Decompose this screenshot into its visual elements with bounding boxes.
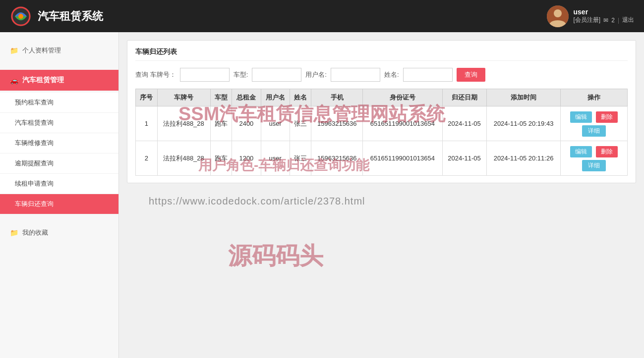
th-phone: 手机 [311, 89, 363, 106]
cell-action: 编辑 删除 详细 [561, 106, 628, 141]
cell-return-date: 2024-11-05 [442, 106, 486, 141]
data-table: 序号 车牌号 车型 总租金 用户名 姓名 手机 身份证号 归还日期 添加时间 操… [135, 89, 628, 176]
cell-rent: 2400 [232, 106, 261, 141]
cell-username: user [261, 106, 290, 141]
delete-button-1[interactable]: 删除 [596, 111, 618, 123]
th-seq: 序号 [136, 89, 158, 106]
avatar-image [547, 5, 569, 27]
car-icon: 🚗 [10, 76, 18, 84]
username-label: user [574, 8, 588, 16]
type-input[interactable] [252, 68, 301, 82]
detail-button-2[interactable]: 详细 [582, 160, 606, 171]
delete-button-2[interactable]: 删除 [596, 146, 618, 157]
table-header-row: 序号 车牌号 车型 总租金 用户名 姓名 手机 身份证号 归还日期 添加时间 操… [136, 89, 628, 106]
watermark-source: 源码码头 [228, 240, 323, 272]
message-icon: ✉ [603, 17, 608, 24]
cell-idcard: 651651199001013654 [363, 141, 442, 176]
logo-icon [10, 5, 32, 27]
header-left: 汽车租赁系统 [10, 5, 103, 27]
user-info: user [会员注册] ✉ 2 | 退出 [574, 8, 634, 24]
watermark-url: https://www.icodedock.com/article/2378.h… [149, 196, 365, 207]
sidebar-collection-group[interactable]: 📁 我的收藏 [0, 223, 118, 242]
cell-action: 编辑 删除 详细 [561, 141, 628, 176]
detail-button-1[interactable]: 详细 [582, 125, 606, 137]
header: 汽车租赁系统 user [会员注册] ✉ 2 | 退出 [0, 0, 644, 32]
avatar [547, 5, 569, 27]
cell-rent: 1200 [232, 141, 261, 176]
sidebar: 📁 个人资料管理 🚗 汽车租赁管理 预约租车查询 汽车租赁查询 车辆维修查询 逾… [0, 32, 119, 358]
cell-phone: 15963215636 [311, 141, 363, 176]
plate-label: 查询 车牌号： [135, 70, 176, 79]
cell-seq: 2 [136, 141, 158, 176]
sidebar-personal-label: 个人资料管理 [22, 46, 61, 55]
th-action: 操作 [561, 89, 628, 106]
th-idcard: 身份证号 [363, 89, 442, 106]
edit-button-1[interactable]: 编辑 [570, 111, 592, 123]
layout: 📁 个人资料管理 🚗 汽车租赁管理 预约租车查询 汽车租赁查询 车辆维修查询 逾… [0, 32, 644, 358]
app-title: 汽车租赁系统 [38, 9, 103, 24]
name-label: 姓名: [384, 70, 399, 79]
table-row: 1 法拉利488_28 跑车 2400 user 张三 15963215636 … [136, 106, 628, 141]
folder2-icon: 📁 [10, 229, 18, 237]
username-label: 用户名: [305, 70, 327, 79]
sidebar-personal-group[interactable]: 📁 个人资料管理 [0, 41, 118, 60]
search-button[interactable]: 查询 [457, 68, 485, 82]
th-name: 姓名 [290, 89, 311, 106]
sidebar-item-renew[interactable]: 续租申请查询 [0, 174, 118, 194]
username-input[interactable] [331, 68, 380, 82]
sidebar-item-return[interactable]: 车辆归还查询 [0, 194, 118, 214]
sidebar-car-rental-section: 🚗 汽车租赁管理 预约租车查询 汽车租赁查询 车辆维修查询 逾期提醒查询 续租申… [0, 64, 118, 218]
sidebar-item-maintenance[interactable]: 车辆维修查询 [0, 133, 118, 153]
th-add-time: 添加时间 [486, 89, 561, 106]
sidebar-item-reservation[interactable]: 预约租车查询 [0, 93, 118, 113]
edit-button-2[interactable]: 编辑 [570, 146, 592, 157]
cell-name: 张三 [290, 141, 311, 176]
cell-type: 跑车 [210, 141, 232, 176]
cell-username: user [261, 141, 290, 176]
header-right: user [会员注册] ✉ 2 | 退出 [547, 5, 634, 27]
message-count: 2 [611, 17, 615, 24]
th-rent: 总租金 [232, 89, 261, 106]
logout-link[interactable]: 退出 [622, 16, 634, 24]
cell-seq: 1 [136, 106, 158, 141]
cell-plate: 法拉利488_28 [157, 106, 210, 141]
divider: | [618, 17, 619, 24]
th-username: 用户名 [261, 89, 290, 106]
th-return-date: 归还日期 [442, 89, 486, 106]
header-actions[interactable]: [会员注册] ✉ 2 | 退出 [574, 16, 634, 24]
main-content: SSM汽车租赁信息管理网站系统 用户角色-车辆归还查询功能 https://ww… [119, 32, 644, 358]
member-register-link[interactable]: [会员注册] [574, 16, 601, 24]
sidebar-collection-label: 我的收藏 [22, 228, 48, 237]
th-type: 车型 [210, 89, 232, 106]
cell-idcard: 651651199001013654 [363, 106, 442, 141]
th-plate: 车牌号 [157, 89, 210, 106]
plate-input[interactable] [180, 68, 230, 82]
cell-plate: 法拉利488_28 [157, 141, 210, 176]
sidebar-car-rental-label: 汽车租赁管理 [22, 76, 64, 85]
svg-point-4 [554, 9, 562, 17]
type-label: 车型: [234, 70, 248, 79]
sidebar-personal-section: 📁 个人资料管理 [0, 37, 118, 64]
cell-name: 张三 [290, 106, 311, 141]
cell-phone: 15963215636 [311, 106, 363, 141]
cell-add-time: 2024-11-05 20:19:43 [486, 106, 561, 141]
sidebar-item-rental[interactable]: 汽车租赁查询 [0, 113, 118, 133]
table-row: 2 法拉利488_28 跑车 1200 user 张三 15963215636 … [136, 141, 628, 176]
sidebar-car-rental-group[interactable]: 🚗 汽车租赁管理 [0, 70, 118, 91]
cell-return-date: 2024-11-05 [442, 141, 486, 176]
search-bar: 查询 车牌号： 车型: 用户名: 姓名: 查询 [135, 68, 628, 82]
sidebar-collection-section: 📁 我的收藏 [0, 218, 118, 247]
svg-point-2 [18, 14, 23, 19]
table-title: 车辆归还列表 [135, 48, 628, 61]
cell-add-time: 2024-11-05 20:11:26 [486, 141, 561, 176]
sidebar-sub-items: 预约租车查询 汽车租赁查询 车辆维修查询 逾期提醒查询 续租申请查询 车辆归还查… [0, 93, 118, 214]
name-input[interactable] [403, 68, 453, 82]
folder-icon: 📁 [10, 47, 18, 54]
table-card: 车辆归还列表 查询 车牌号： 车型: 用户名: 姓名: 查询 序号 车牌号 [127, 40, 636, 183]
cell-type: 跑车 [210, 106, 232, 141]
sidebar-item-overdue[interactable]: 逾期提醒查询 [0, 153, 118, 174]
